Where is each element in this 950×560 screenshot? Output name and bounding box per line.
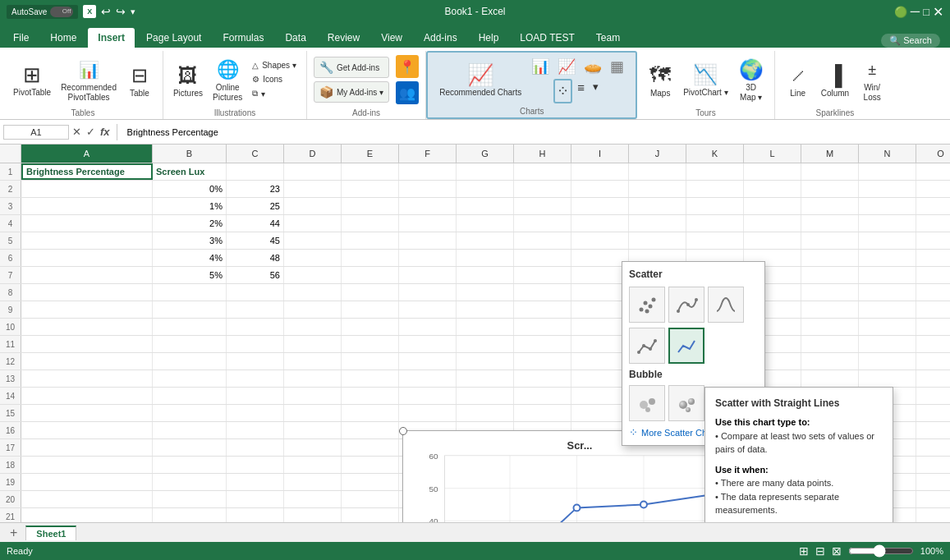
cell-b2[interactable]: 0% [153, 181, 227, 197]
cell-g9[interactable] [457, 301, 514, 318]
formula-input[interactable] [124, 127, 947, 137]
ribbon-collapse-btn[interactable]: 🟢 [894, 6, 907, 18]
recommended-charts-btn[interactable]: 📈 Recommended Charts [436, 59, 525, 100]
cell-o6[interactable] [916, 250, 950, 266]
cell-j1[interactable] [629, 163, 686, 180]
cell-a14[interactable] [21, 388, 153, 404]
cell-f9[interactable] [399, 301, 457, 318]
cell-g5[interactable] [457, 232, 514, 249]
cell-e20[interactable] [342, 491, 399, 507]
chart-handle-tl[interactable] [399, 427, 407, 435]
cell-c19[interactable] [227, 474, 284, 490]
cell-a18[interactable] [21, 457, 153, 473]
cell-m11[interactable] [801, 336, 859, 352]
scatter-chart-btn[interactable]: ⁘ [553, 79, 572, 103]
cell-o20[interactable] [916, 491, 950, 507]
cell-m4[interactable] [801, 215, 859, 232]
undo-icon[interactable]: ↩ [101, 5, 111, 18]
tab-data[interactable]: Data [275, 28, 315, 48]
cell-c6[interactable]: 48 [227, 250, 284, 266]
area-chart-btn[interactable]: ▦ [607, 56, 627, 77]
tab-help[interactable]: Help [469, 28, 509, 48]
col-header-o[interactable]: O [916, 145, 950, 163]
cell-d21[interactable] [284, 508, 342, 522]
cell-a8[interactable] [21, 284, 153, 301]
col-header-a[interactable]: A [21, 145, 153, 163]
cell-a9[interactable] [21, 301, 153, 318]
cell-a17[interactable] [21, 439, 153, 456]
col-header-d[interactable]: D [284, 145, 342, 163]
cell-b14[interactable] [153, 388, 227, 404]
quick-access-more[interactable]: ▾ [131, 7, 135, 17]
cell-i6[interactable] [571, 250, 629, 266]
cell-g14[interactable] [457, 388, 514, 404]
cell-b18[interactable] [153, 457, 227, 473]
view-page-layout-icon[interactable]: ⊟ [815, 544, 825, 558]
cell-o3[interactable] [916, 198, 950, 214]
bing-maps-btn[interactable]: 📍 [396, 55, 419, 78]
cell-o1[interactable] [916, 163, 950, 180]
cell-j5[interactable] [629, 232, 686, 249]
cell-o9[interactable] [916, 301, 950, 318]
cell-e11[interactable] [342, 336, 399, 352]
get-addins-btn[interactable]: 🔧 Get Add-ins [314, 57, 389, 78]
cell-f12[interactable] [399, 353, 457, 370]
confirm-formula-icon[interactable]: ✓ [86, 126, 95, 138]
cell-o2[interactable] [916, 181, 950, 197]
maximize-btn[interactable]: □ [923, 6, 929, 18]
tab-team[interactable]: Team [586, 28, 630, 48]
recommended-pivottables-btn[interactable]: 📊 RecommendedPivotTables [57, 54, 120, 105]
cell-h14[interactable] [514, 388, 571, 404]
col-header-b[interactable]: B [153, 145, 227, 163]
cell-f14[interactable] [399, 388, 457, 404]
tab-page-layout[interactable]: Page Layout [136, 28, 211, 48]
tab-home[interactable]: Home [40, 28, 86, 48]
more-charts-btn[interactable]: ▾ [590, 79, 602, 103]
cell-d15[interactable] [284, 405, 342, 421]
cell-b16[interactable] [153, 422, 227, 438]
scatter-straight-markers-btn[interactable] [629, 328, 665, 364]
scatter-bell-btn[interactable] [708, 287, 744, 323]
tab-file[interactable]: File [3, 28, 39, 48]
cell-i12[interactable] [571, 353, 629, 370]
cell-e15[interactable] [342, 405, 399, 421]
cell-h6[interactable] [514, 250, 571, 266]
cell-h10[interactable] [514, 319, 571, 335]
cell-e4[interactable] [342, 215, 399, 232]
cell-c21[interactable] [227, 508, 284, 522]
cell-d20[interactable] [284, 491, 342, 507]
cell-b5[interactable]: 3% [153, 232, 227, 249]
tab-review[interactable]: Review [318, 28, 369, 48]
cell-i1[interactable] [571, 163, 629, 180]
cell-l3[interactable] [744, 198, 801, 214]
cell-d12[interactable] [284, 353, 342, 370]
cell-b3[interactable]: 1% [153, 198, 227, 214]
maps-btn[interactable]: 🗺 Maps [644, 60, 677, 100]
cell-o7[interactable] [916, 267, 950, 283]
cell-a2[interactable] [21, 181, 153, 197]
col-header-m[interactable]: M [801, 145, 859, 163]
cell-e2[interactable] [342, 181, 399, 197]
cell-a4[interactable] [21, 215, 153, 232]
cell-o8[interactable] [916, 284, 950, 301]
cell-c15[interactable] [227, 405, 284, 421]
cell-l1[interactable] [744, 163, 801, 180]
col-header-c[interactable]: C [227, 145, 284, 163]
cell-m1[interactable] [801, 163, 859, 180]
cell-n6[interactable] [859, 250, 916, 266]
cell-c7[interactable]: 56 [227, 267, 284, 283]
cell-n10[interactable] [859, 319, 916, 335]
cell-n5[interactable] [859, 232, 916, 249]
cell-g3[interactable] [457, 198, 514, 214]
tab-insert[interactable]: Insert [88, 28, 135, 48]
cell-n3[interactable] [859, 198, 916, 214]
cell-h11[interactable] [514, 336, 571, 352]
cell-d13[interactable] [284, 370, 342, 387]
cell-e13[interactable] [342, 370, 399, 387]
cell-f7[interactable] [399, 267, 457, 283]
cell-e3[interactable] [342, 198, 399, 214]
cell-e5[interactable] [342, 232, 399, 249]
cell-c10[interactable] [227, 319, 284, 335]
cell-e10[interactable] [342, 319, 399, 335]
cell-f13[interactable] [399, 370, 457, 387]
